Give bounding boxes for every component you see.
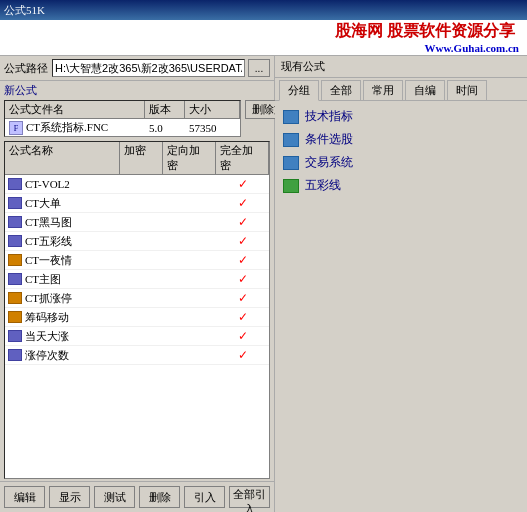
file-th-name: 公式文件名 (5, 101, 145, 118)
formula-name: CT主图 (5, 270, 120, 288)
file-th-version: 版本 (145, 101, 185, 118)
formula-encrypt (120, 346, 163, 364)
formula-th-full-encrypt: 完全加密 (216, 142, 269, 174)
delete-button[interactable]: 删除 (139, 486, 180, 508)
right-title: 现有公式 (275, 56, 527, 78)
category-label: 五彩线 (305, 177, 341, 194)
formula-full-encrypt: ✓ (216, 232, 269, 250)
formula-icon (8, 349, 22, 361)
formula-encrypt (120, 194, 163, 212)
new-formula-label: 新公式 (4, 84, 37, 96)
tab-自编[interactable]: 自编 (405, 80, 445, 100)
category-label: 条件选股 (305, 131, 353, 148)
path-input[interactable] (52, 59, 245, 77)
formula-dir-encrypt (163, 327, 216, 345)
ad-banner-right: 股海网 股票软件资源分享 Www.Guhai.com.cn (335, 21, 519, 54)
tab-常用[interactable]: 常用 (363, 80, 403, 100)
category-icon (283, 110, 299, 124)
formula-dir-encrypt (163, 194, 216, 212)
tab-分组[interactable]: 分组 (279, 80, 319, 101)
formula-row[interactable]: CT大单 ✓ (5, 194, 269, 213)
formula-icon (8, 330, 22, 342)
formula-th-name: 公式名称 (5, 142, 120, 174)
formula-full-encrypt: ✓ (216, 270, 269, 288)
ad-banner: 股海网 股票软件资源分享 Www.Guhai.com.cn (0, 20, 527, 56)
formula-row[interactable]: CT一夜情 ✓ (5, 251, 269, 270)
category-icon (283, 133, 299, 147)
formula-full-encrypt: ✓ (216, 289, 269, 307)
new-formula-row[interactable]: 新公式 (0, 81, 274, 100)
file-table-container: 公式文件名 版本 大小 F CT系统指标.FNC 5.0 57350 (4, 100, 241, 137)
category-label: 交易系统 (305, 154, 353, 171)
tab-bar-items: 分组全部常用自编时间 (279, 80, 489, 100)
formula-row[interactable]: CT主图 ✓ (5, 270, 269, 289)
file-table-row[interactable]: F CT系统指标.FNC 5.0 57350 (5, 119, 240, 136)
formula-icon (8, 178, 22, 190)
category-item[interactable]: 交易系统 (279, 151, 523, 174)
formula-icon (8, 235, 22, 247)
bottom-buttons: 编辑 显示 测试 删除 引入 全部引入 (0, 481, 274, 512)
formula-full-encrypt: ✓ (216, 346, 269, 364)
formula-row[interactable]: 当天大涨 ✓ (5, 327, 269, 346)
formula-name: CT一夜情 (5, 251, 120, 269)
file-table-header: 公式文件名 版本 大小 (5, 101, 240, 119)
formula-dir-encrypt (163, 232, 216, 250)
formula-row[interactable]: CT五彩线 ✓ (5, 232, 269, 251)
formula-encrypt (120, 175, 163, 193)
category-list: 技术指标 条件选股 交易系统 五彩线 (279, 105, 523, 197)
tab-时间[interactable]: 时间 (447, 80, 487, 100)
formula-dir-encrypt (163, 270, 216, 288)
file-version: 5.0 (145, 122, 185, 134)
formula-name: CT抓涨停 (5, 289, 120, 307)
formula-encrypt (120, 251, 163, 269)
formula-icon (8, 197, 22, 209)
tab-全部[interactable]: 全部 (321, 80, 361, 100)
main-layout: 公式路径 ... 新公式 公式文件名 版本 大小 F CT系统指标.FNC 5.… (0, 56, 527, 512)
display-button[interactable]: 显示 (49, 486, 90, 508)
category-label: 技术指标 (305, 108, 353, 125)
formula-encrypt (120, 289, 163, 307)
formula-name: CT黑马图 (5, 213, 120, 231)
import-all-button[interactable]: 全部引入 (229, 486, 270, 508)
formula-icon (8, 292, 22, 304)
formula-name: CT大单 (5, 194, 120, 212)
left-panel: 公式路径 ... 新公式 公式文件名 版本 大小 F CT系统指标.FNC 5.… (0, 56, 275, 512)
file-size: 57350 (185, 122, 240, 134)
tab-bar: 分组全部常用自编时间 (275, 78, 527, 101)
category-item[interactable]: 五彩线 (279, 174, 523, 197)
formula-name: CT-VOL2 (5, 175, 120, 193)
edit-button[interactable]: 编辑 (4, 486, 45, 508)
title-bar: 公式51K (0, 0, 527, 20)
formula-full-encrypt: ✓ (216, 175, 269, 193)
formula-encrypt (120, 327, 163, 345)
formula-dir-encrypt (163, 175, 216, 193)
file-icon: F (9, 121, 23, 135)
formula-encrypt (120, 308, 163, 326)
formula-dir-encrypt (163, 251, 216, 269)
test-button[interactable]: 测试 (94, 486, 135, 508)
formula-row[interactable]: CT黑马图 ✓ (5, 213, 269, 232)
path-row: 公式路径 ... (0, 56, 274, 81)
formula-row[interactable]: CT抓涨停 ✓ (5, 289, 269, 308)
formula-row[interactable]: 筹码移动 ✓ (5, 308, 269, 327)
formula-name: 当天大涨 (5, 327, 120, 345)
formula-dir-encrypt (163, 289, 216, 307)
path-browse-button[interactable]: ... (248, 59, 270, 77)
right-panel: 现有公式 分组全部常用自编时间 技术指标 条件选股 交易系统 五彩线 (275, 56, 527, 512)
file-section: 公式文件名 版本 大小 F CT系统指标.FNC 5.0 57350 删除文件 (0, 100, 274, 139)
ad-url: Www.Guhai.com.cn (425, 42, 519, 54)
formula-full-encrypt: ✓ (216, 327, 269, 345)
category-item[interactable]: 条件选股 (279, 128, 523, 151)
file-table-body: F CT系统指标.FNC 5.0 57350 (5, 119, 240, 136)
formula-th-encrypt: 加密 (120, 142, 163, 174)
category-icon (283, 179, 299, 193)
formula-dir-encrypt (163, 308, 216, 326)
formula-dir-encrypt (163, 346, 216, 364)
formula-row[interactable]: CT-VOL2 ✓ (5, 175, 269, 194)
ad-logo: 股海网 股票软件资源分享 (335, 21, 515, 42)
import-button[interactable]: 引入 (184, 486, 225, 508)
category-item[interactable]: 技术指标 (279, 105, 523, 128)
formula-row[interactable]: 涨停次数 ✓ (5, 346, 269, 365)
formula-table-section: 公式名称 加密 定向加密 完全加密 CT-VOL2 ✓ CT大单 ✓ CT黑马图… (4, 141, 270, 479)
formula-encrypt (120, 270, 163, 288)
